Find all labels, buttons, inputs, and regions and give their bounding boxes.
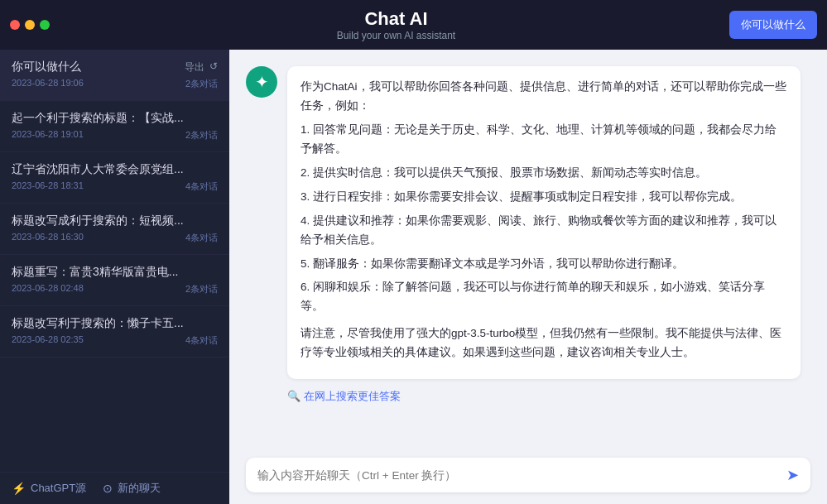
avatar: ✦	[246, 66, 277, 98]
list-item: 5. 翻译服务：如果你需要翻译文本或是学习外语，我可以帮助你进行翻译。	[301, 255, 787, 274]
chat-item-title: 标题重写：富贵3精华版富贵电...	[12, 265, 218, 280]
message-row: ✦ 作为ChatAi，我可以帮助你回答各种问题、提供信息、进行简单的对话，还可以…	[246, 66, 810, 407]
new-chat-button[interactable]: ⊙ 新的聊天	[103, 481, 161, 496]
chat-item-meta: 2023-06-28 19:01 2条对话	[12, 129, 218, 142]
chat-item-title-text: 标题重写：富贵3精华版富贵电...	[12, 265, 218, 280]
list-item[interactable]: 标题重写：富贵3精华版富贵电... 2023-06-28 02:48 2条对话	[0, 255, 229, 306]
chat-item-date: 2023-06-28 02:35	[12, 334, 84, 347]
chat-item-count: 2条对话	[185, 129, 218, 142]
list-item[interactable]: 起一个利于搜索的标题：【实战... 2023-06-28 19:01 2条对话	[0, 101, 229, 152]
chat-item-meta: 2023-06-28 02:35 4条对话	[12, 334, 218, 347]
title-bar: Chat AI Build your own AI assistant 你可以做…	[0, 0, 827, 50]
chat-item-count: 2条对话	[185, 283, 218, 295]
list-item[interactable]: 辽宁省沈阳市人大常委会原党组... 2023-06-28 18:31 4条对话	[0, 152, 229, 204]
chat-item-count: 2条对话	[185, 78, 218, 90]
chatgpt-source-button[interactable]: ⚡ ChatGPT源	[12, 481, 86, 496]
chat-item-actions: 导出 ↺	[185, 60, 218, 74]
search-link[interactable]: 🔍 在网上搜索更佳答案	[287, 386, 801, 407]
sidebar: 你可以做什么 导出 ↺ 2023-06-28 19:06 2条对话 起一个利于搜…	[0, 50, 229, 504]
chat-item-meta: 2023-06-28 02:48 2条对话	[12, 283, 218, 295]
message-text-intro: 作为ChatAi，我可以帮助你回答各种问题、提供信息、进行简单的对话，还可以帮助…	[301, 78, 787, 116]
app-subtitle: Build your own AI assistant	[63, 30, 729, 41]
chat-item-date: 2023-06-28 18:31	[12, 180, 84, 193]
chat-input[interactable]	[257, 469, 786, 482]
list-item[interactable]: 标题改写成利于搜索的：短视频... 2023-06-28 16:30 4条对话	[0, 204, 229, 255]
message-list: 1. 回答常见问题：无论是关于历史、科学、文化、地理、计算机等领域的问题，我都会…	[301, 121, 787, 316]
send-button[interactable]: ➤	[786, 466, 799, 484]
close-button[interactable]	[10, 20, 20, 30]
sidebar-footer: ⚡ ChatGPT源 ⊙ 新的聊天	[0, 472, 229, 504]
message-bubble: 作为ChatAi，我可以帮助你回答各种问题、提供信息、进行简单的对话，还可以帮助…	[287, 66, 801, 379]
list-item: 3. 进行日程安排：如果你需要安排会议、提醒事项或制定日程安排，我可以帮你完成。	[301, 188, 787, 207]
message-text-notice: 请注意，尽管我使用了强大的gpt-3.5-turbo模型，但我仍然有一些限制。我…	[301, 324, 787, 362]
chatgpt-source-label: ChatGPT源	[31, 481, 86, 496]
list-item: 1. 回答常见问题：无论是关于历史、科学、文化、地理、计算机等领域的问题，我都会…	[301, 121, 787, 159]
new-chat-label: 新的聊天	[118, 481, 161, 496]
chat-item-title-text: 标题改写成利于搜索的：短视频...	[12, 214, 218, 228]
chat-item-title: 你可以做什么 导出 ↺	[12, 60, 218, 74]
what-can-you-do-button[interactable]: 你可以做什么	[729, 11, 817, 39]
chat-item-meta: 2023-06-28 18:31 4条对话	[12, 180, 218, 193]
chat-item-count: 4条对话	[185, 232, 218, 244]
chat-item-title: 标题改写成利于搜索的：短视频...	[12, 214, 218, 228]
list-item[interactable]: 标题改写利于搜索的：懒子卡五... 2023-06-28 02:35 4条对话	[0, 306, 229, 358]
chat-item-title-text: 辽宁省沈阳市人大常委会原党组...	[12, 162, 218, 177]
chat-item-title: 标题改写利于搜索的：懒子卡五...	[12, 316, 218, 331]
chat-item-date: 2023-06-28 19:01	[12, 129, 84, 142]
export-action[interactable]: 导出	[185, 60, 204, 74]
list-item[interactable]: 你可以做什么 导出 ↺ 2023-06-28 19:06 2条对话	[0, 50, 229, 101]
chat-item-date: 2023-06-28 02:48	[12, 283, 84, 295]
send-icon: ➤	[786, 466, 799, 484]
chat-item-title-text: 标题改写利于搜索的：懒子卡五...	[12, 316, 218, 331]
chat-item-meta: 2023-06-28 16:30 4条对话	[12, 232, 218, 244]
input-area: ➤	[229, 448, 827, 504]
list-item: 2. 提供实时信息：我可以提供天气预报、股票市场数据、新闻动态等实时信息。	[301, 164, 787, 183]
list-item: 4. 提供建议和推荐：如果你需要观影、阅读、旅行、购物或餐饮等方面的建议和推荐，…	[301, 212, 787, 250]
list-item: 6. 闲聊和娱乐：除了解答问题，我还可以与你进行简单的聊天和娱乐，如小游戏、笑话…	[301, 278, 787, 316]
messages-container: ✦ 作为ChatAi，我可以帮助你回答各种问题、提供信息、进行简单的对话，还可以…	[229, 50, 827, 448]
app-title: Chat AI	[63, 8, 729, 30]
chat-item-count: 4条对话	[185, 334, 218, 347]
ai-avatar-icon: ✦	[255, 72, 269, 92]
chat-item-title: 起一个利于搜索的标题：【实战...	[12, 111, 218, 126]
chat-item-title: 辽宁省沈阳市人大常委会原党组...	[12, 162, 218, 177]
chat-item-title-text: 起一个利于搜索的标题：【实战...	[12, 111, 218, 126]
chatgpt-icon: ⚡	[12, 482, 26, 495]
traffic-lights	[10, 20, 50, 30]
minimize-button[interactable]	[25, 20, 35, 30]
input-wrapper: ➤	[246, 458, 810, 492]
chat-item-meta: 2023-06-28 19:06 2条对话	[12, 78, 218, 90]
new-chat-icon: ⊙	[103, 482, 113, 495]
chat-item-date: 2023-06-28 19:06	[12, 78, 84, 90]
app-title-block: Chat AI Build your own AI assistant	[63, 8, 729, 41]
refresh-action[interactable]: ↺	[209, 60, 218, 74]
chat-item-count: 4条对话	[185, 180, 218, 193]
maximize-button[interactable]	[40, 20, 50, 30]
chat-item-date: 2023-06-28 16:30	[12, 232, 84, 244]
chat-area: ✦ 作为ChatAi，我可以帮助你回答各种问题、提供信息、进行简单的对话，还可以…	[229, 50, 827, 504]
main-layout: 你可以做什么 导出 ↺ 2023-06-28 19:06 2条对话 起一个利于搜…	[0, 50, 827, 504]
chat-item-title-text: 你可以做什么	[12, 60, 185, 74]
